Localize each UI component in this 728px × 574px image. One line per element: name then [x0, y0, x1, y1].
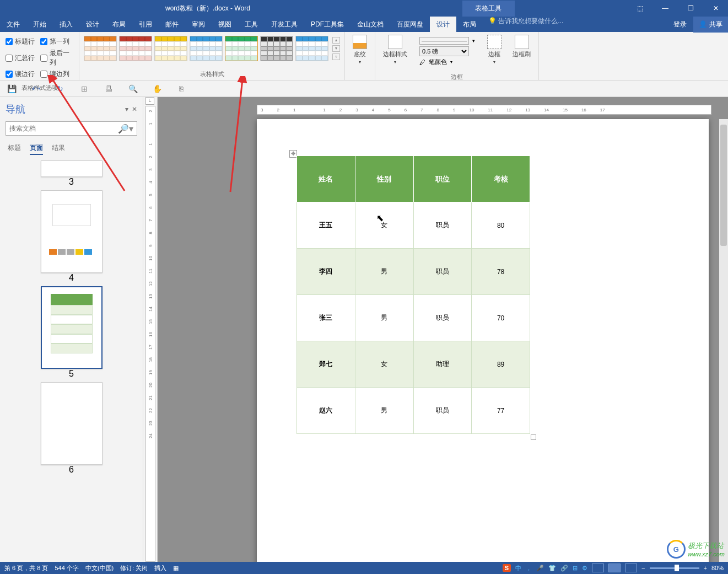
table-resize-handle[interactable] [531, 434, 536, 440]
table-row[interactable]: 李四男职员78 [297, 249, 530, 295]
chk-header-row[interactable]: 标题行 [6, 37, 35, 46]
table-cell[interactable]: 80 [472, 202, 530, 249]
chk-last-col[interactable]: 最后一列 [40, 49, 73, 67]
table-cell[interactable]: 职员 [413, 202, 472, 249]
view-print-icon[interactable] [608, 564, 621, 572]
table-style-6[interactable] [260, 36, 293, 61]
table-cell[interactable]: 赵六 [297, 388, 355, 434]
chk-banded-rows[interactable]: 镶边行 [6, 69, 35, 79]
border-line-preview[interactable]: ▾ [419, 37, 475, 45]
table-cell[interactable]: 郑七 [297, 341, 355, 388]
tab-review[interactable]: 审阅 [185, 17, 212, 32]
table-style-2[interactable] [119, 36, 152, 61]
status-lang[interactable]: 中文(中国) [85, 564, 114, 572]
tab-references[interactable]: 引用 [132, 17, 159, 32]
table-cell[interactable]: 助理 [413, 341, 472, 388]
tab-developer[interactable]: 开发工具 [265, 17, 304, 32]
tab-tools[interactable]: 工具 [238, 17, 265, 32]
chk-first-col[interactable]: 第一列 [40, 37, 73, 46]
status-mode[interactable]: 插入 [154, 564, 166, 572]
share-button[interactable]: 👤共享 [693, 17, 728, 33]
table-cell[interactable]: 职员 [413, 295, 472, 341]
nav-close-icon[interactable]: ✕ [132, 105, 137, 113]
status-macro-icon[interactable]: ▦ [173, 565, 179, 572]
ime-gear-icon[interactable]: ⚙ [582, 565, 587, 572]
tab-mailings[interactable]: 邮件 [159, 17, 185, 32]
ruler-corner[interactable]: L [145, 97, 154, 105]
login-button[interactable]: 登录 [667, 17, 693, 33]
tab-home[interactable]: 开始 [26, 17, 53, 32]
pen-color-button[interactable]: 🖊笔颜色▾ [419, 58, 475, 66]
table-row[interactable]: 郑七女助理89 [297, 341, 530, 388]
zoom-level[interactable]: 80% [711, 565, 724, 571]
nav-tab-pages[interactable]: 页面 [30, 143, 43, 155]
border-width-select[interactable]: 0.5 磅 [419, 46, 475, 56]
ime-shirt-icon[interactable]: 👕 [548, 565, 556, 572]
table-cell[interactable]: 职员 [413, 388, 472, 434]
tab-table-layout[interactable]: 布局 [456, 17, 483, 32]
table-cell[interactable]: 男 [355, 295, 413, 341]
ime-sogou-icon[interactable]: S [503, 564, 511, 572]
table-header-1[interactable]: 性别 [355, 156, 413, 202]
horizontal-ruler[interactable]: 3211234567891011121314151617 [257, 105, 711, 115]
table-cell[interactable]: 89 [472, 341, 530, 388]
maximize-button[interactable]: ❐ [678, 1, 703, 16]
ribbon-options-icon[interactable]: ⬚ [628, 1, 652, 16]
table-cell[interactable]: 77 [472, 388, 530, 434]
zoom-out-icon[interactable]: − [641, 565, 645, 571]
chk-total-row[interactable]: 汇总行 [6, 49, 35, 67]
table-header-3[interactable]: 考核 [472, 156, 530, 202]
table-style-5[interactable] [225, 36, 258, 61]
table-header-0[interactable]: 姓名 [297, 156, 355, 202]
borders-button[interactable]: 边框▾ [484, 34, 505, 71]
shading-button[interactable]: 底纹▾ [349, 34, 370, 66]
tab-table-design[interactable]: 设计 [430, 17, 456, 32]
zoom-slider[interactable] [650, 567, 699, 569]
table-row[interactable]: 赵六男职员77 [297, 388, 530, 434]
tab-insert[interactable]: 插入 [53, 17, 79, 32]
table-cell[interactable]: 78 [472, 249, 530, 295]
zoom-in-icon[interactable]: + [704, 565, 707, 571]
qat-icon-8[interactable]: ⎘ [176, 84, 186, 94]
table-cell[interactable]: 70 [472, 295, 530, 341]
nav-tab-headings[interactable]: 标题 [8, 143, 21, 155]
table-style-3[interactable] [154, 36, 187, 61]
table-row[interactable]: 张三男职员70 [297, 295, 530, 341]
tab-baidu[interactable]: 百度网盘 [390, 17, 430, 32]
table-cell[interactable]: 女 [355, 341, 413, 388]
tab-layout[interactable]: 布局 [106, 17, 132, 32]
tab-pdf[interactable]: PDF工具集 [304, 17, 350, 32]
table-row[interactable]: 王五女职员80 [297, 202, 530, 249]
table-header-2[interactable]: 职位 [413, 156, 472, 202]
close-button[interactable]: ✕ [704, 1, 728, 16]
tell-me-box[interactable]: 💡 告诉我您想要做什么... [483, 17, 569, 32]
table-cell[interactable]: 男 [355, 388, 413, 434]
table-move-handle[interactable]: ✥ [289, 150, 297, 158]
minimize-button[interactable]: — [653, 1, 677, 16]
tab-design[interactable]: 设计 [79, 17, 106, 32]
status-track[interactable]: 修订: 关闭 [120, 564, 148, 572]
thumb-page-6[interactable] [41, 382, 103, 465]
styles-expand[interactable]: ▴▾▿ [332, 36, 340, 61]
table-cell[interactable]: 王五 [297, 202, 355, 249]
ime-link-icon[interactable]: 🔗 [560, 565, 568, 572]
table-cell[interactable]: 女 [355, 202, 413, 249]
qat-icon-7[interactable]: ✋ [152, 84, 162, 94]
table-cell[interactable]: 职员 [413, 249, 472, 295]
view-web-icon[interactable] [625, 564, 637, 572]
status-words[interactable]: 544 个字 [55, 564, 78, 572]
view-read-icon[interactable] [592, 564, 604, 572]
thumb-page-4[interactable] [41, 190, 103, 273]
tab-jinshan[interactable]: 金山文档 [350, 17, 390, 32]
data-table[interactable]: 姓名性别职位考核 王五女职员80李四男职员78张三男职员70郑七女助理89赵六男… [296, 155, 530, 434]
table-style-7[interactable] [295, 36, 328, 61]
vertical-scrollbar[interactable] [719, 119, 728, 562]
border-painter-button[interactable]: 边框刷 [509, 34, 534, 71]
ime-cn[interactable]: 中 [515, 564, 521, 572]
border-style-button[interactable]: 边框样式▾ [380, 34, 411, 71]
table-cell[interactable]: 男 [355, 249, 413, 295]
ime-grid-icon[interactable]: ⊞ [573, 565, 578, 572]
ime-mic-icon[interactable]: 🎤 [536, 565, 544, 572]
table-style-4[interactable] [190, 36, 223, 61]
tab-view[interactable]: 视图 [212, 17, 238, 32]
